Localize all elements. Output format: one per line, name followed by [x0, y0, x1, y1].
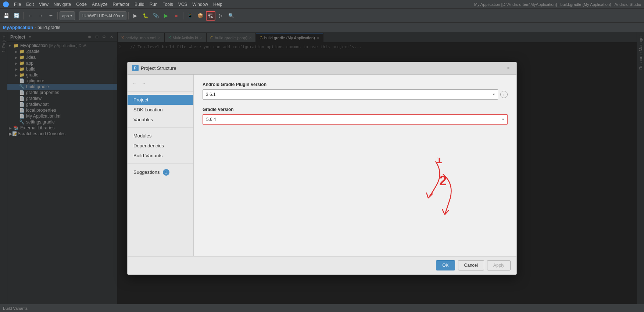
dialog-nav-sep-1 [128, 92, 193, 92]
toolbar: 💾 🔄 ← → ↩ app ▾ HUAWEI HRY-AL00a ▾ ▶ 🐛 📎… [0, 9, 644, 23]
search-everywhere-btn[interactable]: 🔍 [226, 11, 236, 21]
separator-3 [77, 12, 77, 19]
dialog-body: ← → Project SDK Location Variables Modul… [128, 75, 516, 256]
dialog-overlay: P Project Structure × ← → Project SDK Lo… [0, 32, 644, 304]
nav-bar: MyApplication › build.gradle [0, 23, 644, 32]
device-dropdown-arrow: ▾ [122, 13, 124, 18]
menu-code[interactable]: Code [74, 1, 89, 8]
menu-analyze[interactable]: Analyze [90, 1, 110, 8]
cancel-button[interactable]: Cancel [458, 260, 484, 270]
dialog-icon: P [132, 65, 139, 71]
plugin-version-select[interactable]: 3.6.1 ▾ [203, 89, 498, 100]
plugin-version-group: Android Gradle Plugin Version 3.6.1 ▾ i [203, 82, 508, 100]
window-title: My Application [D:\AndroidItem\MyApplica… [474, 2, 641, 7]
run-config-dropdown[interactable]: app ▾ [60, 11, 75, 20]
gradle-version-select[interactable]: 5.6.4 ▾ [203, 114, 508, 125]
svg-text:1: 1 [436, 158, 442, 165]
sdk-btn[interactable]: 📦 [196, 11, 205, 21]
dialog-nav-modules[interactable]: Modules [128, 131, 193, 141]
menu-navigate[interactable]: Navigate [51, 1, 73, 8]
svg-text:2: 2 [439, 173, 447, 188]
dialog-back-btn[interactable]: ← [130, 79, 139, 87]
menu-build[interactable]: Build [132, 1, 147, 8]
bottom-bar: Build Variants [0, 304, 644, 312]
stop-btn[interactable]: ■ [172, 11, 181, 21]
gradle-version-arrow: ▾ [502, 117, 504, 121]
plugin-version-row: 3.6.1 ▾ i [203, 89, 508, 100]
plugin-version-label: Android Gradle Plugin Version [203, 82, 508, 87]
menu-window[interactable]: Window [190, 1, 210, 8]
gradle-version-group: Gradle Version 5.6.4 ▾ [203, 107, 508, 125]
menu-bar: File Edit View Navigate Code Analyze Ref… [0, 0, 644, 9]
gradle-version-label: Gradle Version [203, 107, 508, 112]
plugin-version-info-btn[interactable]: i [500, 91, 508, 98]
sync-btn[interactable]: 🔄 [12, 11, 21, 21]
gradle-version-value: 5.6.4 [206, 117, 216, 122]
device-label: HUAWEI HRY-AL00a [82, 14, 120, 18]
breadcrumb-sep: › [35, 25, 36, 30]
dialog-nav-project[interactable]: Project [128, 95, 193, 105]
menu-vcs[interactable]: VCS [176, 1, 190, 8]
dialog-nav-sdk[interactable]: SDK Location [128, 105, 193, 115]
dialog-right-content: Android Gradle Plugin Version 3.6.1 ▾ i … [194, 75, 516, 256]
avd-btn[interactable]: 📱 [185, 11, 195, 21]
make-btn[interactable]: ▶ [130, 11, 140, 21]
plugin-version-arrow: ▾ [493, 92, 495, 96]
breadcrumb-file: build.gradle [37, 25, 60, 30]
menu-view[interactable]: View [37, 1, 51, 8]
undo-btn[interactable]: ↩ [46, 11, 56, 21]
dialog-forward-btn[interactable]: → [140, 79, 148, 87]
dialog-nav-variables[interactable]: Variables [128, 115, 193, 125]
separator-1 [23, 12, 24, 19]
breadcrumb-project[interactable]: MyApplication [3, 25, 33, 30]
dialog-nav: ← → Project SDK Location Variables Modul… [128, 75, 194, 256]
dialog-nav-suggestions[interactable]: Suggestions 1 [128, 167, 193, 178]
main-layout: 1: Project Project ▾ ⊕ ⊞ ⚙ ✕ ▾ 📁 MyAppli… [0, 32, 644, 304]
dropdown-arrow: ▾ [70, 13, 72, 18]
run-config-label: app [62, 14, 69, 18]
dialog-nav-sep-2 [128, 128, 193, 128]
dialog-nav-nav: ← → [128, 78, 193, 89]
gradle-version-row: 5.6.4 ▾ [203, 114, 508, 125]
project-structure-btn[interactable]: 🏗 [206, 11, 215, 21]
separator-4 [128, 12, 129, 19]
build-variants-tab[interactable]: Build Variants [3, 306, 28, 311]
menu-help[interactable]: Help [211, 1, 225, 8]
menu-file[interactable]: File [12, 1, 23, 8]
annotation-2: 2 [428, 172, 458, 218]
plugin-version-value: 3.6.1 [206, 92, 216, 97]
save-all-btn[interactable]: 💾 [1, 11, 11, 21]
menu-refactor[interactable]: Refactor [111, 1, 132, 8]
separator-2 [57, 12, 58, 19]
dialog-title: Project Structure [141, 65, 176, 71]
menu-edit[interactable]: Edit [24, 1, 36, 8]
suggestions-label: Suggestions [133, 169, 160, 175]
project-structure-dialog: P Project Structure × ← → Project SDK Lo… [127, 62, 517, 275]
debug-btn[interactable]: 🐛 [141, 11, 150, 21]
dialog-close-btn[interactable]: × [505, 64, 512, 72]
menu-tools[interactable]: Tools [161, 1, 175, 8]
menu-run[interactable]: Run [147, 1, 160, 8]
dialog-nav-build-variants[interactable]: Build Variants [128, 151, 193, 161]
suggestions-badge: 1 [163, 169, 169, 176]
annotation-1: 1 [414, 158, 443, 203]
attach-btn[interactable]: 📎 [151, 11, 161, 21]
apply-button[interactable]: Apply [487, 260, 511, 270]
dialog-nav-sep-3 [128, 164, 193, 164]
dialog-footer: OK Cancel Apply [128, 256, 516, 275]
dialog-titlebar: P Project Structure × [128, 62, 516, 75]
back-btn[interactable]: ← [25, 11, 35, 21]
app-logo [3, 1, 9, 7]
forward-btn[interactable]: → [36, 11, 45, 21]
profile-btn[interactable]: ▷ [216, 11, 226, 21]
ok-button[interactable]: OK [436, 260, 455, 270]
dialog-nav-dependencies[interactable]: Dependencies [128, 141, 193, 151]
device-dropdown[interactable]: HUAWEI HRY-AL00a ▾ [79, 11, 126, 20]
separator-5 [183, 12, 183, 19]
run-btn[interactable]: ▶ [161, 11, 171, 21]
